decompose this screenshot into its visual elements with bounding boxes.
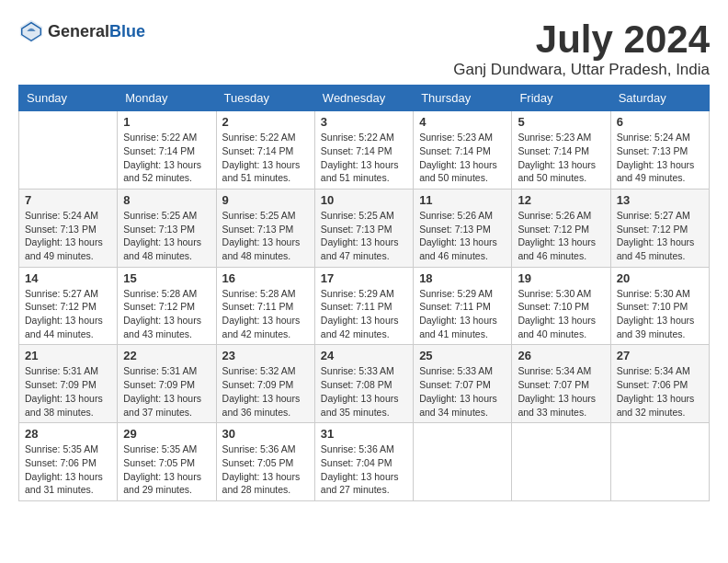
cell-daylight: Daylight: 13 hours and 29 minutes. (123, 470, 210, 497)
cell-sunrise: Sunrise: 5:25 AM (222, 209, 309, 223)
calendar-cell: 9 Sunrise: 5:25 AM Sunset: 7:13 PM Dayli… (216, 189, 314, 267)
calendar-week-row: 1 Sunrise: 5:22 AM Sunset: 7:14 PM Dayli… (19, 111, 710, 190)
calendar-cell: 29 Sunrise: 5:35 AM Sunset: 7:05 PM Dayl… (118, 423, 216, 501)
logo-text: GeneralBlue (48, 22, 145, 41)
cell-daylight: Daylight: 13 hours and 48 minutes. (222, 236, 309, 262)
cell-date-number: 27 (617, 349, 703, 362)
weekday-header-row: SundayMondayTuesdayWednesdayThursdayFrid… (19, 86, 710, 111)
cell-sunset: Sunset: 7:14 PM (419, 144, 506, 158)
cell-daylight: Daylight: 13 hours and 34 minutes. (419, 392, 506, 419)
cell-sunrise: Sunrise: 5:36 AM (321, 442, 407, 456)
calendar-cell: 17 Sunrise: 5:29 AM Sunset: 7:11 PM Dayl… (314, 267, 413, 345)
cell-sun-info: Sunrise: 5:26 AM Sunset: 7:13 PM Dayligh… (419, 209, 506, 263)
cell-sunrise: Sunrise: 5:31 AM (25, 364, 111, 378)
logo-blue: Blue (109, 22, 145, 40)
cell-daylight: Daylight: 13 hours and 42 minutes. (321, 314, 407, 340)
cell-daylight: Daylight: 13 hours and 36 minutes. (222, 392, 309, 419)
cell-daylight: Daylight: 13 hours and 52 minutes. (123, 158, 210, 185)
cell-sun-info: Sunrise: 5:25 AM Sunset: 7:13 PM Dayligh… (222, 209, 309, 263)
cell-sun-info: Sunrise: 5:23 AM Sunset: 7:14 PM Dayligh… (419, 131, 506, 185)
cell-sunrise: Sunrise: 5:29 AM (419, 287, 506, 301)
cell-sunrise: Sunrise: 5:25 AM (321, 209, 407, 223)
cell-sunrise: Sunrise: 5:24 AM (617, 131, 703, 144)
cell-sun-info: Sunrise: 5:33 AM Sunset: 7:07 PM Dayligh… (419, 364, 506, 419)
cell-sun-info: Sunrise: 5:33 AM Sunset: 7:08 PM Dayligh… (321, 364, 407, 419)
cell-sunrise: Sunrise: 5:23 AM (518, 131, 604, 144)
cell-daylight: Daylight: 13 hours and 41 minutes. (419, 314, 506, 340)
cell-date-number: 2 (222, 115, 309, 129)
cell-sunset: Sunset: 7:11 PM (321, 300, 407, 314)
cell-sunset: Sunset: 7:04 PM (321, 456, 407, 470)
cell-date-number: 16 (222, 271, 309, 285)
cell-date-number: 1 (123, 115, 210, 129)
cell-sunset: Sunset: 7:14 PM (518, 144, 604, 158)
cell-sunrise: Sunrise: 5:26 AM (419, 209, 506, 223)
cell-sunrise: Sunrise: 5:31 AM (123, 364, 210, 378)
cell-date-number: 21 (25, 349, 111, 362)
calendar-cell: 20 Sunrise: 5:30 AM Sunset: 7:10 PM Dayl… (610, 267, 709, 345)
cell-sunset: Sunset: 7:12 PM (617, 223, 703, 236)
cell-sunset: Sunset: 7:06 PM (617, 378, 703, 392)
cell-sun-info: Sunrise: 5:22 AM Sunset: 7:14 PM Dayligh… (222, 131, 309, 185)
cell-daylight: Daylight: 13 hours and 49 minutes. (25, 236, 111, 262)
calendar-cell: 15 Sunrise: 5:28 AM Sunset: 7:12 PM Dayl… (118, 267, 216, 345)
weekday-header-sunday: Sunday (19, 86, 118, 111)
cell-sunset: Sunset: 7:06 PM (25, 456, 111, 470)
cell-daylight: Daylight: 13 hours and 28 minutes. (222, 470, 309, 497)
cell-date-number: 17 (321, 271, 407, 285)
cell-sun-info: Sunrise: 5:30 AM Sunset: 7:10 PM Dayligh… (617, 287, 703, 341)
calendar-cell: 19 Sunrise: 5:30 AM Sunset: 7:10 PM Dayl… (512, 267, 610, 345)
cell-date-number: 4 (419, 115, 506, 129)
cell-date-number: 31 (321, 427, 407, 441)
cell-sun-info: Sunrise: 5:24 AM Sunset: 7:13 PM Dayligh… (617, 131, 703, 185)
calendar-cell: 28 Sunrise: 5:35 AM Sunset: 7:06 PM Dayl… (19, 423, 118, 501)
cell-sun-info: Sunrise: 5:31 AM Sunset: 7:09 PM Dayligh… (123, 364, 210, 419)
calendar-cell: 3 Sunrise: 5:22 AM Sunset: 7:14 PM Dayli… (314, 111, 413, 190)
cell-date-number: 20 (617, 271, 703, 285)
cell-sun-info: Sunrise: 5:34 AM Sunset: 7:07 PM Dayligh… (518, 364, 604, 419)
calendar-cell: 23 Sunrise: 5:32 AM Sunset: 7:09 PM Dayl… (216, 345, 314, 423)
cell-daylight: Daylight: 13 hours and 51 minutes. (222, 158, 309, 185)
cell-sun-info: Sunrise: 5:29 AM Sunset: 7:11 PM Dayligh… (321, 287, 407, 341)
cell-daylight: Daylight: 13 hours and 43 minutes. (123, 314, 210, 340)
cell-date-number: 26 (518, 349, 604, 362)
cell-sunrise: Sunrise: 5:22 AM (321, 131, 407, 144)
cell-sun-info: Sunrise: 5:27 AM Sunset: 7:12 PM Dayligh… (25, 287, 111, 341)
logo-icon (18, 18, 44, 44)
cell-date-number: 19 (518, 271, 604, 285)
weekday-header-thursday: Thursday (414, 86, 512, 111)
cell-sun-info: Sunrise: 5:26 AM Sunset: 7:12 PM Dayligh… (518, 209, 604, 263)
cell-sunrise: Sunrise: 5:35 AM (25, 442, 111, 456)
cell-sunset: Sunset: 7:09 PM (222, 378, 309, 392)
cell-sunrise: Sunrise: 5:29 AM (321, 287, 407, 301)
cell-sunrise: Sunrise: 5:27 AM (25, 287, 111, 301)
calendar-cell: 14 Sunrise: 5:27 AM Sunset: 7:12 PM Dayl… (19, 267, 118, 345)
logo-general: General (48, 22, 109, 40)
calendar-week-row: 21 Sunrise: 5:31 AM Sunset: 7:09 PM Dayl… (19, 345, 710, 423)
month-year-title: July 2024 (453, 18, 710, 61)
cell-sun-info: Sunrise: 5:36 AM Sunset: 7:05 PM Dayligh… (222, 442, 309, 497)
calendar-cell: 21 Sunrise: 5:31 AM Sunset: 7:09 PM Dayl… (19, 345, 118, 423)
cell-sunset: Sunset: 7:07 PM (419, 378, 506, 392)
cell-sun-info: Sunrise: 5:32 AM Sunset: 7:09 PM Dayligh… (222, 364, 309, 419)
cell-sunrise: Sunrise: 5:26 AM (518, 209, 604, 223)
cell-sun-info: Sunrise: 5:34 AM Sunset: 7:06 PM Dayligh… (617, 364, 703, 419)
cell-sunset: Sunset: 7:14 PM (123, 144, 210, 158)
cell-date-number: 14 (25, 271, 111, 285)
cell-daylight: Daylight: 13 hours and 32 minutes. (617, 392, 703, 419)
calendar-cell: 7 Sunrise: 5:24 AM Sunset: 7:13 PM Dayli… (19, 189, 118, 267)
cell-daylight: Daylight: 13 hours and 47 minutes. (321, 236, 407, 262)
cell-sunset: Sunset: 7:12 PM (518, 223, 604, 236)
cell-sunset: Sunset: 7:13 PM (617, 144, 703, 158)
cell-date-number: 10 (321, 193, 407, 207)
calendar-cell: 6 Sunrise: 5:24 AM Sunset: 7:13 PM Dayli… (610, 111, 709, 190)
cell-sunrise: Sunrise: 5:28 AM (123, 287, 210, 301)
cell-sunset: Sunset: 7:11 PM (419, 300, 506, 314)
calendar-cell (610, 423, 709, 501)
cell-daylight: Daylight: 13 hours and 46 minutes. (518, 236, 604, 262)
cell-daylight: Daylight: 13 hours and 39 minutes. (617, 314, 703, 340)
cell-date-number: 29 (123, 427, 210, 441)
page-header: GeneralBlue July 2024 Ganj Dundwara, Utt… (18, 18, 710, 79)
cell-daylight: Daylight: 13 hours and 50 minutes. (518, 158, 604, 185)
cell-sunset: Sunset: 7:12 PM (123, 300, 210, 314)
